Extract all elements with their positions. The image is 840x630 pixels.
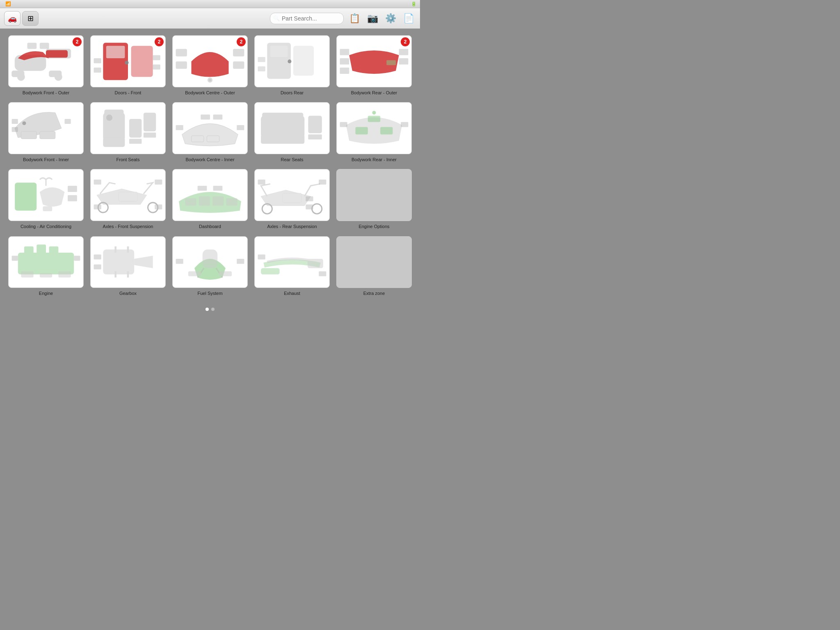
svg-rect-75 (155, 205, 162, 210)
pagination-dot-2[interactable] (211, 308, 215, 311)
svg-rect-34 (386, 60, 396, 65)
svg-rect-74 (94, 205, 101, 210)
grid-item-19[interactable]: Extra zone (336, 236, 412, 297)
svg-rect-91 (18, 253, 74, 274)
grid-item-6[interactable]: Front Seats (90, 102, 166, 162)
svg-rect-80 (212, 196, 224, 206)
svg-rect-71 (119, 192, 137, 201)
svg-rect-7 (27, 43, 37, 49)
svg-rect-54 (213, 114, 223, 119)
svg-point-66 (372, 111, 376, 114)
svg-rect-6 (46, 50, 68, 57)
svg-rect-94 (49, 247, 59, 256)
svg-point-40 (22, 121, 26, 125)
svg-rect-49 (192, 136, 204, 142)
battery-icon: 🔋 (411, 1, 417, 7)
svg-rect-79 (199, 196, 210, 206)
grid-item-0[interactable]: 2Bodywork Front - Outer (8, 35, 84, 96)
svg-rect-113 (319, 272, 326, 276)
grid-item-8[interactable]: Rear Seats (254, 102, 330, 162)
status-bar: 📶 🔋 (0, 0, 420, 8)
svg-rect-112 (258, 255, 265, 260)
svg-rect-109 (237, 259, 244, 264)
toolbar-right-buttons: 📋 📷 ⚙️ 📄 (347, 11, 416, 26)
svg-rect-63 (368, 116, 380, 122)
svg-rect-36 (40, 131, 55, 139)
svg-rect-30 (340, 58, 349, 64)
grid-label-0: Bodywork Front - Outer (23, 90, 69, 96)
grid-label-1: Doors - Front (115, 90, 142, 96)
svg-rect-64 (340, 122, 347, 127)
svg-point-4 (17, 73, 25, 80)
grid-item-9[interactable]: Bodywork Rear - Inner (336, 102, 412, 162)
grid-label-13: Axles - Rear Suspension (267, 224, 317, 229)
svg-rect-27 (258, 66, 265, 71)
svg-rect-19 (233, 49, 244, 56)
svg-rect-44 (129, 119, 142, 137)
grid-thumb-6 (90, 102, 166, 154)
grid-thumb-7 (172, 102, 248, 154)
grid-label-6: Front Seats (116, 157, 140, 162)
svg-rect-98 (12, 256, 18, 261)
svg-rect-37 (12, 119, 18, 124)
grid-item-16[interactable]: Gearbox (90, 236, 166, 297)
search-input[interactable] (270, 13, 344, 24)
svg-rect-39 (64, 119, 71, 124)
grid-item-3[interactable]: Doors Rear (254, 35, 330, 96)
grid-thumb-3 (254, 35, 330, 87)
svg-point-90 (312, 204, 322, 214)
grid-item-5[interactable]: Bodywork Front - Inner (8, 102, 84, 162)
grid-label-8: Rear Seats (281, 157, 303, 162)
grid-thumb-2: 2 (172, 35, 248, 87)
grid-item-12[interactable]: Dashboard (172, 169, 248, 229)
grid-item-11[interactable]: Axles - Front Suspension (90, 169, 166, 229)
svg-rect-85 (258, 180, 265, 185)
svg-rect-83 (213, 186, 223, 191)
settings-button[interactable]: ⚙️ (383, 11, 398, 26)
svg-point-22 (209, 79, 211, 81)
grid-label-7: Bodywork Centre - Inner (185, 157, 234, 162)
svg-rect-45 (144, 113, 156, 131)
svg-rect-73 (155, 180, 162, 185)
grid-item-18[interactable]: Exhaust (254, 236, 330, 297)
svg-rect-33 (399, 58, 409, 64)
svg-rect-61 (356, 127, 368, 135)
camera-button[interactable]: 📷 (365, 11, 380, 26)
svg-point-5 (55, 73, 62, 80)
grid-item-7[interactable]: Bodywork Centre - Inner (172, 102, 248, 162)
clipboard-button[interactable]: 📋 (347, 11, 362, 26)
grid-label-3: Doors Rear (281, 90, 304, 96)
svg-rect-106 (188, 272, 201, 276)
wifi-icon: 📶 (5, 1, 11, 7)
svg-rect-95 (21, 272, 33, 278)
svg-rect-32 (399, 49, 409, 55)
grid-label-18: Exhaust (284, 290, 300, 296)
pagination-dot-1[interactable] (205, 308, 209, 311)
grid-item-13[interactable]: Axles - Rear Suspension (254, 169, 330, 229)
grid-item-4[interactable]: 2Bodywork Rear - Outer (336, 35, 412, 96)
grid-view-button[interactable]: ⊞ (22, 11, 39, 26)
svg-rect-65 (401, 122, 408, 127)
grid-item-17[interactable]: Fuel System (172, 236, 248, 297)
svg-rect-82 (198, 186, 207, 191)
grid-item-10[interactable]: Cooling - Air Conditioning (8, 169, 84, 229)
svg-rect-60 (308, 122, 322, 127)
grid-label-14: Engine Options (358, 224, 389, 229)
svg-rect-78 (185, 198, 196, 205)
grid-thumb-14 (336, 169, 412, 221)
grid-thumb-5 (8, 102, 84, 154)
grid-item-14[interactable]: Engine Options (336, 169, 412, 229)
grid-item-15[interactable]: Engine (8, 236, 84, 297)
svg-rect-31 (340, 68, 349, 74)
svg-rect-69 (68, 186, 77, 192)
grid-label-4: Bodywork Rear - Outer (351, 90, 397, 96)
grid-thumb-1: 2 (90, 35, 166, 87)
grid-item-2[interactable]: 2Bodywork Centre - Outer (172, 35, 248, 96)
car-view-button[interactable]: 🚗 (4, 11, 21, 26)
grid-thumb-10 (8, 169, 84, 221)
svg-point-26 (288, 59, 291, 63)
grid-item-1[interactable]: 2Doors - Front (90, 35, 166, 96)
bookmark-button[interactable]: 📄 (401, 11, 416, 26)
svg-rect-46 (129, 139, 142, 144)
grid-thumb-18 (254, 236, 330, 288)
